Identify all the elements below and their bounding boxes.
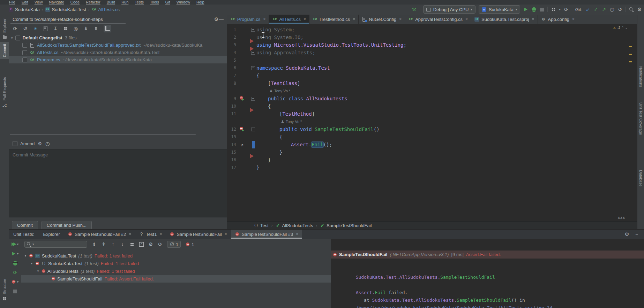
close-icon[interactable]: × <box>159 232 162 237</box>
test-counter[interactable]: 1 <box>185 241 194 247</box>
commit-button[interactable]: Commit <box>12 221 38 230</box>
editor-tab-approvaltestsconfig.cs[interactable]: C#ApprovalTestsConfig.cs× <box>405 15 471 24</box>
commit-settings-gear-icon[interactable]: ⚙ <box>214 16 219 22</box>
open-in-editor-icon[interactable]: ↗ <box>139 241 144 247</box>
editor-tab-app.config[interactable]: ⚙App.config× <box>538 15 578 24</box>
debug-icon[interactable] <box>531 7 536 12</box>
next-icon[interactable]: ↓ <box>120 241 125 247</box>
change-marker-icon[interactable] <box>250 108 254 112</box>
editor-breadcrumb-item[interactable]: ()Test <box>254 223 269 228</box>
commit-options-gear-icon[interactable]: ⚙ <box>37 141 42 146</box>
change-marker-icon[interactable] <box>250 39 254 43</box>
code-line-16[interactable]: 16} <box>227 156 637 164</box>
fold-region-icon[interactable]: − <box>251 66 255 70</box>
rollback-icon[interactable]: ↺ <box>23 26 28 31</box>
close-icon[interactable]: × <box>532 17 534 22</box>
profiler-icon[interactable]: ⟳ <box>564 7 569 12</box>
close-icon[interactable]: × <box>465 17 468 22</box>
code-line-10[interactable]: 10{ <box>227 102 637 110</box>
fold-region-icon[interactable]: − <box>251 97 255 101</box>
prev-problem-icon[interactable]: ⌃ <box>622 26 623 29</box>
group-by-icon[interactable] <box>129 241 134 247</box>
close-icon[interactable]: × <box>129 232 131 237</box>
code-line-2[interactable]: 2using System.IO; <box>227 33 637 41</box>
rollback-change-gutter-icon[interactable]: ↺ <box>241 142 244 147</box>
close-icon[interactable]: × <box>296 232 298 237</box>
changelist-checkbox[interactable] <box>15 36 20 40</box>
inspections-widget[interactable]: ⚠ 3 ⌃ ⌄ <box>613 25 627 30</box>
commit-message-area[interactable]: Commit Message <box>9 149 227 217</box>
code-line-4[interactable]: 4−using ApprovalTests; <box>227 49 637 56</box>
test-output-header[interactable]: SampleTestShouldFail (.NETCoreApp,Versio… <box>331 251 644 259</box>
sidebar-item-commit[interactable]: Commit <box>0 42 9 59</box>
code-line-15[interactable]: 15} <box>227 148 637 156</box>
editor-code-area[interactable]: 1−using System;2using System.IO;3using M… <box>227 24 637 221</box>
refresh-icon[interactable]: ⟳ <box>13 26 17 31</box>
stop-icon[interactable] <box>13 288 17 294</box>
menu-item-edit[interactable]: Edit <box>22 0 28 5</box>
test-tree-row[interactable]: ▾AllSudokuTests(1 test)Failed: 1 test fa… <box>21 267 331 275</box>
tab-test-session[interactable]: SampleTestShouldFail #3× <box>231 230 302 239</box>
search-everywhere-icon[interactable] <box>629 7 634 12</box>
tab-explorer[interactable]: Explorer <box>39 230 63 239</box>
changed-file-row[interactable]: C#AllTests.cs~/dev/sudoku-kata/SudokuKat… <box>9 49 227 56</box>
editor-breadcrumb-item[interactable]: ✓SampleTestShouldFail <box>320 223 372 228</box>
settings-gear-icon[interactable]: ⚙ <box>148 241 153 247</box>
source-file-link[interactable]: /home/tvo/dev/sudoku-kata/SudokuKata/Sud… <box>356 305 553 308</box>
breadcrumb-item-1[interactable]: ▼SudokuKata <box>8 7 40 12</box>
menu-item-refactor[interactable]: Refactor <box>86 0 100 5</box>
commit-history-icon[interactable]: ◷ <box>45 141 50 146</box>
run-icon[interactable] <box>523 7 528 12</box>
stop-icon[interactable] <box>539 7 544 12</box>
changelist-row[interactable]: ▾Default Changelist3 files <box>9 34 227 41</box>
horizontal-scrollbar[interactable] <box>10 134 196 135</box>
code-line-7[interactable]: 7{ <box>227 72 637 79</box>
expand-all-icon[interactable]: ⇟ <box>92 241 97 247</box>
sidebar-item-unit-test-coverage[interactable]: Unit Test Coverage <box>637 102 644 135</box>
expand-all-icon[interactable]: ⇟ <box>83 26 88 31</box>
sidebar-item-pull-requests[interactable]: Pull Requests⎇ <box>0 75 9 110</box>
shelve-icon[interactable]: ↧ <box>53 26 58 31</box>
fold-region-icon[interactable]: − <box>251 51 255 55</box>
test-search-field[interactable]: ▾ <box>24 241 87 248</box>
sidebar-item-database[interactable]: Database <box>637 170 644 186</box>
code-line-8[interactable]: 8[TestClass] <box>227 79 637 87</box>
editor-tab-alltests.cs[interactable]: C#AllTests.cs× <box>269 15 309 24</box>
change-marker-icon[interactable] <box>250 154 254 158</box>
group-by-icon[interactable] <box>63 26 68 31</box>
tab-test-session[interactable]: ?Test1× <box>135 230 166 239</box>
close-icon[interactable]: × <box>225 232 227 237</box>
previous-icon[interactable]: ↑ <box>111 241 115 247</box>
file-checkbox[interactable] <box>22 57 27 62</box>
code-line-14[interactable]: 14↺Assert.Fail(); <box>227 141 637 148</box>
code-line-9[interactable]: 9−public class AllSudokuTests <box>227 95 637 102</box>
git-rollback-icon[interactable]: ↺ <box>617 7 622 12</box>
editor-tab-sudokukata.test.csproj[interactable]: C#SudokuKata.Test.csproj× <box>471 15 538 24</box>
settings-gear-icon[interactable]: ⚙ <box>624 231 629 237</box>
failed-test-gutter-icon[interactable] <box>240 96 245 101</box>
code-line-6[interactable]: 6−namespace SudokuKata.Test <box>227 64 637 72</box>
menu-item-view[interactable]: View <box>35 0 43 5</box>
sidebar-item-structure[interactable]: Structure <box>0 277 9 304</box>
author-annotation[interactable]: ♟Tony Vo * <box>227 118 637 125</box>
changed-file-row[interactable]: C#Program.cs~/dev/sudoku-kata/SudokuKata… <box>9 56 227 63</box>
chevron-down-icon[interactable]: ▾ <box>30 262 33 265</box>
diff-preview-icon[interactable] <box>43 26 48 31</box>
commit-and-push-button[interactable]: Commit and Push... <box>42 221 92 230</box>
editor-tab-program.cs[interactable]: C#Program.cs× <box>227 15 269 24</box>
editor-tab-nuget.config[interactable]: NuGet.Config× <box>359 15 405 24</box>
scrollbar-warning-mark[interactable] <box>629 61 632 62</box>
collapse-all-icon[interactable]: ⇞ <box>101 241 106 247</box>
build-hammer-icon[interactable]: ⚒ <box>412 7 417 12</box>
scrollbar-warning-mark[interactable] <box>629 54 632 55</box>
chevron-down-icon[interactable]: ▾ <box>559 8 561 11</box>
close-icon[interactable]: × <box>399 17 402 22</box>
test-counter[interactable]: ∅1 <box>167 241 181 248</box>
code-line-3[interactable]: 3using Microsoft.VisualStudio.TestTools.… <box>227 41 637 49</box>
auto-rerun-icon[interactable]: ⟳ <box>158 241 163 247</box>
layout-toggle-icon[interactable] <box>104 26 111 31</box>
editor-tab-itestmethod.cs[interactable]: C#ITestMethod.cs× <box>309 15 359 24</box>
chevron-down-icon[interactable]: ▾ <box>11 36 13 40</box>
git-history-icon[interactable]: ◷ <box>609 7 614 12</box>
run-all-icon[interactable] <box>12 241 16 247</box>
